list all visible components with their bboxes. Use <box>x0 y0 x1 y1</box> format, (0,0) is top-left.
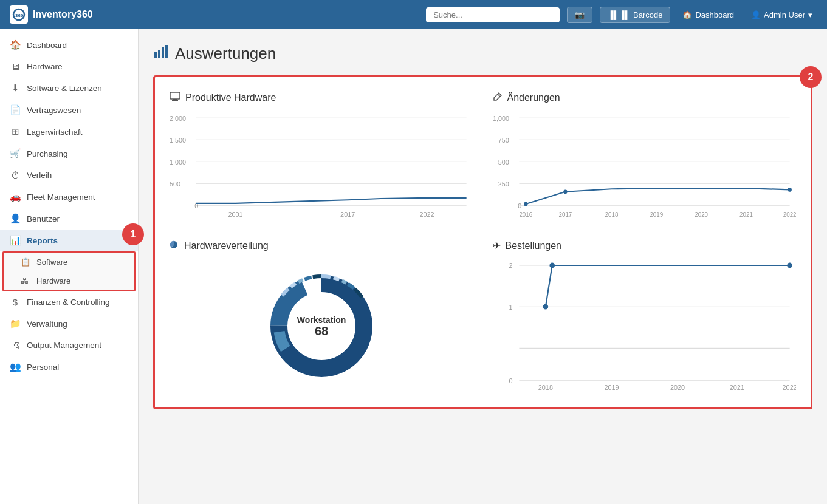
sidebar-item-software-report[interactable]: 📋 Software <box>4 253 134 271</box>
svg-text:1,000: 1,000 <box>170 158 186 166</box>
svg-text:2017: 2017 <box>340 211 355 218</box>
camera-button[interactable]: 📷 <box>567 7 592 23</box>
sidebar-item-purchasing[interactable]: 🛒 Purchasing <box>0 143 138 165</box>
svg-rect-5 <box>165 45 168 58</box>
brand-name: Inventory360 <box>33 9 93 20</box>
svg-rect-6 <box>170 92 180 99</box>
file-icon: 📋 <box>21 257 30 267</box>
badge-2: 2 <box>800 66 822 88</box>
svg-text:2,000: 2,000 <box>170 115 186 122</box>
barcode-button[interactable]: ▐▌▐▌ Barcode <box>600 7 670 23</box>
dashboard-grid: 2 Produktive Hardware <box>153 75 812 409</box>
sidebar-item-vertragswesen[interactable]: 📄 Vertragswesen <box>0 99 138 121</box>
search-input[interactable] <box>426 7 560 22</box>
svg-text:2022: 2022 <box>783 211 796 218</box>
badge-1: 1 <box>122 223 144 245</box>
svg-text:2: 2 <box>509 262 512 269</box>
aenderungen-chart: 1,000 750 500 250 0 2016 2017 2018 2019 … <box>493 111 797 220</box>
svg-text:2021: 2021 <box>739 211 753 218</box>
aenderungen-title: Änderungen <box>493 92 797 104</box>
sidebar-item-fleet[interactable]: 🚗 Fleet Management <box>0 186 138 208</box>
user-icon: 👤 <box>10 213 21 224</box>
sidebar-item-verleih[interactable]: ⏱ Verleih <box>0 165 138 186</box>
fleet-icon: 🚗 <box>10 191 21 202</box>
page-title-icon <box>153 44 169 63</box>
svg-rect-4 <box>162 47 164 58</box>
svg-point-42 <box>788 188 792 192</box>
pie-icon <box>170 240 179 252</box>
edit-icon <box>493 92 503 104</box>
svg-text:2001: 2001 <box>228 211 243 218</box>
sidebar-item-finanzen[interactable]: $ Finanzen & Controlling <box>0 291 138 313</box>
sidebar-item-lagerwirtschaft[interactable]: ⊞ Lagerwirtschaft <box>0 121 138 143</box>
aenderungen-card: Änderungen 1,000 750 500 250 0 <box>488 87 801 225</box>
top-navbar: 360 Inventory360 📷 ▐▌▐▌ Barcode 🏠 Dashbo… <box>0 0 827 29</box>
plane-icon: ✈ <box>493 240 501 251</box>
sidebar-item-verwaltung[interactable]: 📁 Verwaltung <box>0 313 138 335</box>
svg-text:2022: 2022 <box>419 211 434 218</box>
sidebar-item-software-lizenzen[interactable]: ⬇ Software & Lizenzen <box>0 77 138 99</box>
svg-text:1,500: 1,500 <box>170 137 186 144</box>
svg-rect-2 <box>154 52 157 58</box>
svg-text:2019: 2019 <box>650 211 663 218</box>
svg-rect-8 <box>172 100 178 101</box>
sidebar-item-hardware[interactable]: 🖥 Hardware <box>0 56 138 77</box>
bestellungen-title: ✈ Bestellungen <box>493 240 797 251</box>
svg-point-67 <box>549 263 555 268</box>
sidebar-item-hardware-report[interactable]: 🖧 Hardware <box>4 271 134 290</box>
warehouse-icon: ⊞ <box>10 126 21 137</box>
svg-text:1: 1 <box>509 304 512 311</box>
svg-text:2017: 2017 <box>558 211 572 218</box>
people-icon: 👥 <box>10 361 21 372</box>
brand: 360 Inventory360 <box>10 5 93 24</box>
hardwareverteilung-card: Hardwareverteilung <box>165 235 478 398</box>
reports-section: 1 📊 Reports 📋 Software 🖧 Hardware <box>0 230 138 291</box>
svg-point-41 <box>563 189 568 194</box>
sidebar-item-personal[interactable]: 👥 Personal <box>0 356 138 378</box>
finance-icon: $ <box>10 297 21 307</box>
verleih-icon: ⏱ <box>10 170 21 180</box>
sidebar-item-benutzer[interactable]: 👤 Benutzer <box>0 208 138 230</box>
produktive-hardware-chart: 2,000 1,500 1,000 500 0 2001 2017 2022 <box>170 111 473 220</box>
monitor-icon <box>170 92 180 104</box>
folder-icon: 📁 <box>10 318 21 329</box>
sidebar-item-dashboard[interactable]: 🏠 Dashboard <box>0 34 138 56</box>
svg-text:2018: 2018 <box>538 384 552 391</box>
dashboard-nav-link[interactable]: 🏠 Dashboard <box>678 7 739 22</box>
svg-text:2016: 2016 <box>519 211 532 218</box>
hardwareverteilung-title: Hardwareverteilung <box>170 240 473 252</box>
svg-point-68 <box>787 263 792 268</box>
svg-text:2020: 2020 <box>670 384 684 391</box>
svg-text:250: 250 <box>498 180 509 188</box>
bestellungen-card: ✈ Bestellungen 2 1 0 2018 2019 <box>488 235 801 398</box>
svg-text:0: 0 <box>509 377 512 384</box>
svg-text:750: 750 <box>498 137 509 144</box>
sidebar-item-output[interactable]: 🖨 Output Management <box>0 335 138 356</box>
page-title: Auswertungen <box>153 44 812 63</box>
svg-text:2021: 2021 <box>729 384 744 391</box>
software-icon: ⬇ <box>10 83 21 94</box>
svg-text:0: 0 <box>518 202 521 209</box>
svg-point-66 <box>543 304 548 310</box>
svg-text:Workstation: Workstation <box>297 315 346 325</box>
admin-user-link[interactable]: 👤 Admin User ▾ <box>746 7 817 22</box>
produktive-hardware-card: Produktive Hardware 2,000 1,500 1,000 <box>165 87 478 225</box>
svg-text:360: 360 <box>15 13 24 18</box>
network-icon: 🖧 <box>21 276 30 285</box>
svg-text:500: 500 <box>498 158 509 166</box>
svg-rect-7 <box>173 99 177 100</box>
svg-text:500: 500 <box>170 180 180 188</box>
dropdown-icon: ▾ <box>808 10 812 19</box>
svg-text:2019: 2019 <box>604 384 619 391</box>
svg-line-22 <box>498 94 500 97</box>
sidebar: 🏠 Dashboard 🖥 Hardware ⬇ Software & Lize… <box>0 29 139 504</box>
produktive-hardware-title: Produktive Hardware <box>170 92 473 104</box>
sidebar-reports-submenu: 📋 Software 🖧 Hardware <box>2 251 136 291</box>
brand-icon: 360 <box>10 5 28 24</box>
svg-text:1,000: 1,000 <box>493 115 509 122</box>
main-content: Auswertungen 2 Produktive Hardware <box>139 29 827 504</box>
home-icon: 🏠 <box>682 10 692 19</box>
svg-text:2022: 2022 <box>782 384 796 391</box>
sidebar-item-reports[interactable]: 📊 Reports <box>0 230 138 251</box>
svg-text:2020: 2020 <box>695 211 708 218</box>
